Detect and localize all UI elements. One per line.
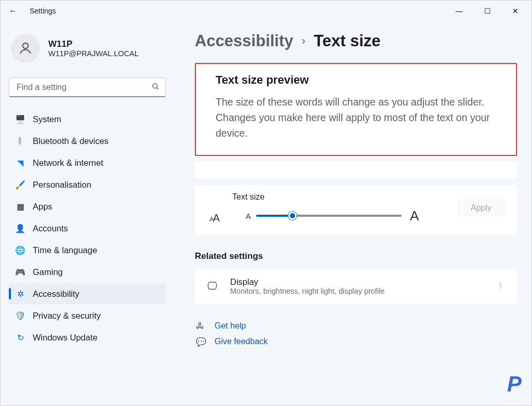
give-feedback-link[interactable]: 💬 Give feedback bbox=[195, 334, 517, 350]
related-title: Display bbox=[230, 277, 384, 287]
text-size-slider-card: Text size AA A A Apply bbox=[195, 185, 517, 235]
sidebar-item-time[interactable]: 🌐Time & language bbox=[9, 240, 166, 260]
slider-thumb[interactable] bbox=[288, 212, 297, 220]
sidebar-item-label: System bbox=[33, 114, 61, 124]
sidebar-item-label: Personalisation bbox=[33, 180, 91, 190]
account-block[interactable]: W11P W11P@PRAJWAL.LOCAL bbox=[9, 30, 166, 75]
account-email: W11P@PRAJWAL.LOCAL bbox=[48, 49, 139, 58]
account-name: W11P bbox=[48, 39, 139, 49]
help-icon: 🖧 bbox=[196, 321, 207, 331]
window-title: Settings bbox=[30, 7, 56, 15]
search-input[interactable] bbox=[9, 77, 166, 97]
page-title: Text size bbox=[314, 32, 381, 50]
sidebar-item-accessibility[interactable]: ✲Accessibility bbox=[9, 283, 166, 304]
titlebar: ← Settings ― ☐ ✕ bbox=[1, 1, 531, 21]
apply-button[interactable]: Apply bbox=[458, 200, 504, 216]
text-size-slider[interactable] bbox=[256, 211, 402, 220]
sidebar-item-label: Network & internet bbox=[33, 158, 103, 168]
sidebar-item-network[interactable]: ◥Network & internet bbox=[9, 152, 166, 173]
minimize-button[interactable]: ― bbox=[447, 3, 471, 19]
svg-point-0 bbox=[23, 43, 29, 49]
sidebar-item-label: Apps bbox=[33, 202, 52, 212]
shield-icon: 🛡️ bbox=[15, 311, 25, 321]
related-subtitle: Monitors, brightness, night light, displ… bbox=[230, 287, 384, 295]
sidebar-item-label: Accessibility bbox=[33, 289, 79, 299]
text-size-icon: AA bbox=[209, 212, 220, 224]
sidebar-item-system[interactable]: 🖥️System bbox=[9, 109, 166, 129]
sidebar-item-accounts[interactable]: 👤Accounts bbox=[9, 218, 166, 239]
feedback-icon: 💬 bbox=[196, 337, 207, 347]
get-help-link[interactable]: 🖧 Get help bbox=[195, 318, 517, 334]
sidebar-item-label: Windows Update bbox=[33, 333, 98, 343]
display-icon: 🖵 bbox=[206, 280, 219, 292]
svg-point-1 bbox=[153, 84, 157, 88]
get-help-label: Get help bbox=[215, 321, 246, 331]
accessibility-icon: ✲ bbox=[15, 289, 25, 299]
sidebar-item-label: Bluetooth & devices bbox=[33, 136, 109, 146]
breadcrumb: Accessibility › Text size bbox=[195, 32, 517, 50]
content-area: Accessibility › Text size Text size prev… bbox=[172, 21, 531, 405]
sidebar-item-label: Gaming bbox=[33, 267, 63, 277]
sidebar-item-label: Time & language bbox=[33, 245, 97, 255]
chevron-right-icon: › bbox=[302, 34, 305, 48]
chevron-right-icon: 〉 bbox=[499, 281, 506, 291]
breadcrumb-parent[interactable]: Accessibility bbox=[195, 32, 294, 50]
sidebar-item-label: Privacy & security bbox=[33, 311, 101, 321]
give-feedback-label: Give feedback bbox=[215, 337, 268, 346]
spacer-card bbox=[195, 161, 517, 179]
slider-min-icon: A bbox=[246, 212, 251, 220]
preview-title: Text size preview bbox=[216, 73, 504, 87]
preview-body: The size of these words will change as y… bbox=[216, 94, 504, 141]
text-size-preview-card: Text size preview The size of these word… bbox=[195, 63, 517, 156]
sidebar-item-privacy[interactable]: 🛡️Privacy & security bbox=[9, 305, 166, 326]
avatar bbox=[11, 34, 40, 63]
svg-line-2 bbox=[156, 87, 158, 89]
globe-icon: 🌐 bbox=[15, 245, 25, 255]
paintbrush-icon: 🖌️ bbox=[15, 180, 25, 190]
sidebar-item-personalisation[interactable]: 🖌️Personalisation bbox=[9, 174, 166, 195]
related-display-card[interactable]: 🖵 Display Monitors, brightness, night li… bbox=[195, 269, 517, 304]
person-icon: 👤 bbox=[15, 224, 25, 233]
bluetooth-icon: ᛒ bbox=[15, 136, 25, 146]
sidebar-item-update[interactable]: ↻Windows Update bbox=[9, 327, 166, 348]
sidebar-item-apps[interactable]: ▦Apps bbox=[9, 196, 166, 217]
related-settings-heading: Related settings bbox=[195, 251, 517, 261]
close-button[interactable]: ✕ bbox=[503, 3, 527, 19]
sidebar-item-bluetooth[interactable]: ᛒBluetooth & devices bbox=[9, 130, 166, 151]
slider-label: Text size bbox=[232, 192, 419, 202]
sidebar: W11P W11P@PRAJWAL.LOCAL 🖥️System ᛒBlueto… bbox=[1, 21, 172, 405]
sidebar-item-gaming[interactable]: 🎮Gaming bbox=[9, 261, 166, 282]
wifi-icon: ◥ bbox=[15, 158, 25, 168]
update-icon: ↻ bbox=[15, 333, 25, 343]
back-arrow-icon[interactable]: ← bbox=[5, 4, 21, 18]
search-icon bbox=[152, 83, 159, 92]
apps-icon: ▦ bbox=[15, 202, 25, 212]
sidebar-item-label: Accounts bbox=[33, 224, 68, 233]
system-icon: 🖥️ bbox=[15, 114, 25, 124]
maximize-button[interactable]: ☐ bbox=[475, 3, 499, 19]
watermark-logo: P bbox=[507, 372, 521, 397]
slider-max-icon: A bbox=[410, 208, 419, 224]
gamepad-icon: 🎮 bbox=[15, 267, 25, 277]
